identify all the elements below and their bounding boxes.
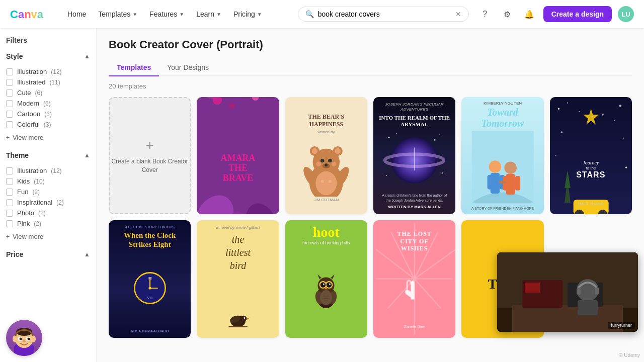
svg-point-42: [504, 161, 517, 174]
nav-templates[interactable]: Templates ▼: [93, 7, 142, 21]
nav-home[interactable]: Home: [62, 7, 91, 21]
checkbox-style-illustration[interactable]: [6, 68, 13, 75]
canva-logo[interactable]: Canva: [10, 7, 50, 21]
hoot-title: hoot: [313, 225, 340, 239]
svg-point-29: [388, 137, 389, 138]
checkbox-style-colorful[interactable]: [6, 121, 13, 128]
template-amara[interactable]: AMARATHEBRAVE MATT ZHANG: [197, 97, 279, 214]
filter-style-header[interactable]: Style ▲: [6, 50, 90, 62]
video-overlay[interactable]: furryturner: [497, 252, 638, 332]
template-abysmal[interactable]: JOSEPH JORDAN'S PECULIAR ADVENTURES INTO…: [373, 97, 455, 214]
filter-style-illustration[interactable]: Illustration (12): [6, 66, 90, 77]
filter-theme-inspirational[interactable]: Inspirational (2): [6, 197, 90, 208]
template-clock[interactable]: A BEDTIME STORY FOR KIDS When the Clock …: [109, 220, 191, 337]
filter-style-cartoon[interactable]: Cartoon (3): [6, 109, 90, 119]
wishes-title: THE LOSTCITY OFWISHES: [378, 230, 450, 252]
svg-point-16: [320, 159, 325, 163]
svg-point-52: [622, 137, 623, 138]
filter-theme-header[interactable]: Theme ▲: [6, 149, 90, 161]
style-view-more[interactable]: + View more: [6, 132, 90, 143]
filter-style-cute[interactable]: Cute (6): [6, 87, 90, 98]
svg-text:Canva: Canva: [10, 8, 44, 21]
svg-point-81: [327, 283, 332, 288]
svg-text:XII: XII: [147, 277, 152, 280]
svg-point-82: [323, 284, 325, 285]
checkbox-style-cute[interactable]: [6, 89, 13, 97]
search-input[interactable]: [318, 10, 455, 18]
filter-theme-kids[interactable]: Kids (10): [6, 176, 90, 187]
nav-features[interactable]: Features ▼: [144, 7, 189, 21]
template-wishes[interactable]: THE LOSTCITY OFWISHES Zanele Gee: [373, 220, 455, 337]
search-icon: 🔍: [305, 10, 314, 18]
svg-point-5: [252, 97, 259, 101]
chatbot-avatar[interactable]: [6, 320, 42, 356]
svg-rect-36: [472, 131, 534, 203]
filter-style-illustrated[interactable]: Illustrated (11): [6, 77, 90, 87]
svg-marker-59: [565, 170, 571, 188]
nav-pricing-chevron: ▼: [257, 12, 262, 17]
template-tomorrow[interactable]: KIMBERLY NGUYEN TowardTomorrow: [461, 97, 543, 214]
template-stars[interactable]: Journey to the Stars MATT ZHANG: [550, 97, 632, 214]
filter-style-modern[interactable]: Modern (6): [6, 98, 90, 109]
blank-card[interactable]: + Create a blank Book Creator Cover: [109, 97, 191, 214]
filter-theme-fun[interactable]: Fun (2): [6, 187, 90, 197]
checkbox-style-cartoon[interactable]: [6, 111, 13, 118]
settings-icon[interactable]: ⚙: [499, 6, 515, 22]
filter-theme-pink[interactable]: Pink (2): [6, 218, 90, 229]
hoot-subtitle: the owls of hocking hills: [302, 240, 350, 246]
nav-learn[interactable]: Learn ▼: [191, 7, 226, 21]
filter-style-colorful[interactable]: Colorful (3): [6, 119, 90, 130]
svg-point-118: [13, 335, 18, 342]
filter-theme-photo[interactable]: Photo (2): [6, 208, 90, 218]
template-bird[interactable]: a novel by annie f gilbert thelittlestbi…: [197, 220, 279, 337]
tab-your-designs[interactable]: Your Designs: [159, 59, 217, 76]
chatbot-inner: [6, 320, 42, 356]
abysmal-description: A classic children's tale from the autho…: [382, 193, 447, 203]
template-bear[interactable]: ☆ ··· THE BEAR'SHAPPINESS written by: [285, 97, 367, 214]
filter-theme-illustration[interactable]: Illustration (12): [6, 165, 90, 176]
video-username: furryturner: [608, 322, 635, 329]
notifications-icon[interactable]: 🔔: [521, 6, 537, 22]
checkbox-theme-photo[interactable]: [6, 210, 13, 217]
filter-price-header[interactable]: Price ▲: [6, 248, 90, 260]
checkbox-theme-fun[interactable]: [6, 189, 13, 196]
checkbox-style-modern[interactable]: [6, 100, 13, 107]
filter-style-chevron: ▲: [84, 53, 90, 60]
filters-title: Filters: [6, 36, 90, 44]
svg-rect-114: [595, 288, 599, 295]
svg-point-34: [442, 172, 443, 174]
svg-point-20: [316, 161, 321, 166]
search-bar: 🔍 ✕: [298, 7, 469, 22]
avatar[interactable]: LU: [618, 6, 634, 22]
svg-point-6: [229, 103, 235, 109]
template-hoot[interactable]: hoot the owls of hocking hills: [285, 220, 367, 337]
svg-rect-112: [578, 300, 598, 315]
create-design-button[interactable]: Create a design: [543, 6, 612, 22]
abysmal-author: WRITTEN BY MARK ALLEN: [388, 205, 440, 209]
filter-price-label: Price: [6, 250, 23, 258]
svg-point-17: [328, 159, 332, 163]
svg-point-49: [619, 105, 621, 107]
help-icon[interactable]: ?: [477, 6, 493, 22]
svg-point-26: [329, 180, 332, 183]
checkbox-style-illustrated[interactable]: [6, 79, 13, 86]
checkbox-theme-illustration[interactable]: [6, 167, 13, 174]
svg-point-50: [614, 120, 615, 121]
nav-pricing[interactable]: Pricing ▼: [228, 7, 267, 21]
nav-features-chevron: ▼: [179, 12, 184, 17]
search-clear-icon[interactable]: ✕: [455, 10, 461, 18]
tab-templates[interactable]: Templates: [109, 59, 159, 76]
stars-to: to the: [576, 166, 605, 170]
plus-icon-2: +: [6, 233, 10, 240]
svg-point-31: [434, 139, 436, 141]
checkbox-theme-pink[interactable]: [6, 220, 13, 227]
checkbox-theme-kids[interactable]: [6, 178, 13, 185]
svg-point-38: [489, 160, 501, 173]
svg-point-30: [396, 133, 397, 134]
svg-point-32: [439, 134, 440, 135]
checkbox-theme-inspirational[interactable]: [6, 199, 13, 206]
stars-author: MATT ZHANG: [555, 202, 627, 206]
nav-learn-chevron: ▼: [216, 12, 221, 17]
theme-view-more[interactable]: + View more: [6, 231, 90, 242]
filter-section-theme: Theme ▲ Illustration (12) Kids (10) Fun …: [6, 149, 90, 242]
